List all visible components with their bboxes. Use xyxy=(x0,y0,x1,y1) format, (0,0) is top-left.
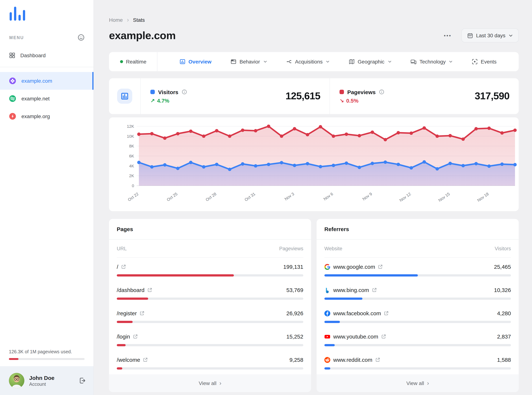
referrer-site: www.bing.com xyxy=(333,287,369,293)
table-row[interactable]: www.bing.com 10,326 xyxy=(324,281,511,304)
external-link-icon[interactable] xyxy=(384,311,389,316)
sidebar-divider xyxy=(0,67,94,67)
external-link-icon[interactable] xyxy=(121,264,126,269)
external-link-icon[interactable] xyxy=(133,334,138,339)
svg-text:6K: 6K xyxy=(129,154,134,158)
page-url: /welcome xyxy=(117,357,140,363)
table-row[interactable]: /welcome 9,258 xyxy=(117,351,303,374)
user-face-icon[interactable] xyxy=(78,34,85,41)
table-row[interactable]: / 199,131 xyxy=(117,258,303,281)
chevron-right-icon: › xyxy=(219,380,221,386)
more-options-button[interactable]: ••• xyxy=(444,33,452,38)
usage-progressbar xyxy=(9,358,85,360)
tab-events[interactable]: Events xyxy=(472,59,497,65)
chart-stat-icon xyxy=(117,89,132,104)
tab-label: Realtime xyxy=(126,59,146,65)
app-logo-bar-chart-icon xyxy=(9,6,94,23)
pages-col-url: URL xyxy=(117,246,127,251)
breadcrumb-home-link[interactable]: Home xyxy=(109,17,123,23)
chevron-down-icon xyxy=(326,60,330,64)
tab-behavior[interactable]: Behavior xyxy=(231,59,267,65)
info-icon[interactable] xyxy=(182,89,187,94)
sidebar-item-example-org[interactable]: example.org xyxy=(0,107,94,125)
external-link-icon[interactable] xyxy=(143,357,148,362)
user-name: John Doe xyxy=(29,374,55,381)
bing-favicon xyxy=(324,287,330,293)
sidebar-item-example-net[interactable]: example.net xyxy=(0,90,94,107)
pages-col-pageviews: Pageviews xyxy=(279,246,303,251)
tab-label: Technology xyxy=(420,59,446,65)
page-url: /register xyxy=(117,310,137,316)
dashboard-grid-icon xyxy=(9,52,15,58)
google-favicon xyxy=(324,264,330,270)
table-row[interactable]: www.facebook.com 4,280 xyxy=(324,304,511,327)
table-row[interactable]: www.youtube.com 2,837 xyxy=(324,327,511,351)
realtime-live-dot-icon xyxy=(120,60,123,63)
tab-technology[interactable]: Technology xyxy=(411,59,453,65)
view-all-label: View all xyxy=(199,380,217,386)
account-footer[interactable]: John Doe Account xyxy=(0,366,94,395)
svg-text:Oct 28: Oct 28 xyxy=(205,192,217,202)
visitors-bar xyxy=(324,367,330,369)
page-value: 53,769 xyxy=(286,287,303,293)
tab-overview[interactable]: Overview xyxy=(179,59,212,65)
referrer-value: 25,465 xyxy=(494,263,511,270)
traffic-line-chart[interactable]: 02K4K6K8K10K12KOct 22Oct 25Oct 28Oct 31N… xyxy=(109,117,519,211)
referrer-value: 4,280 xyxy=(497,310,511,316)
pages-card-title: Pages xyxy=(109,219,311,240)
info-icon[interactable] xyxy=(379,89,384,94)
external-link-icon[interactable] xyxy=(378,264,383,269)
tab-label: Overview xyxy=(188,59,212,65)
site-waves-icon xyxy=(9,95,16,102)
breadcrumb-chevron-icon: › xyxy=(127,17,129,22)
traffic-chart-card: 02K4K6K8K10K12KOct 22Oct 25Oct 28Oct 31N… xyxy=(109,117,519,211)
tab-label: Behavior xyxy=(240,59,260,65)
table-row[interactable]: /dashboard 53,769 xyxy=(117,281,303,304)
svg-text:Nov 12: Nov 12 xyxy=(399,192,412,203)
main-content: Home › Stats example.com ••• Last 30 day… xyxy=(94,0,532,395)
page-value: 199,131 xyxy=(283,263,303,270)
table-row[interactable]: www.reddit.com 1,588 xyxy=(324,351,511,374)
facebook-favicon xyxy=(324,310,330,316)
tab-realtime[interactable]: Realtime xyxy=(109,52,157,71)
external-link-icon[interactable] xyxy=(375,357,380,362)
pages-view-all-button[interactable]: View all › xyxy=(109,374,311,392)
tab-label: Acquisitions xyxy=(295,59,323,65)
sidebar-item-example-com[interactable]: example.com xyxy=(0,72,94,90)
sidebar-item-dashboard[interactable]: Dashboard xyxy=(0,50,94,61)
page-value: 26,926 xyxy=(286,310,303,316)
pageviews-value: 317,590 xyxy=(475,90,510,102)
external-link-icon[interactable] xyxy=(372,288,377,292)
table-row[interactable]: /login 15,252 xyxy=(117,327,303,351)
table-row[interactable]: www.google.com 25,465 xyxy=(324,258,511,281)
stats-icon-section xyxy=(109,78,141,114)
user-role: Account xyxy=(29,382,55,387)
site-name: example.org xyxy=(22,113,50,119)
dashboard-label: Dashboard xyxy=(20,52,46,58)
tab-acquisitions[interactable]: Acquisitions xyxy=(286,59,330,65)
referrer-site: www.youtube.com xyxy=(333,333,378,340)
logout-icon[interactable] xyxy=(79,377,86,384)
date-range-button[interactable]: Last 30 days xyxy=(461,28,519,43)
breadcrumb: Home › Stats xyxy=(109,17,519,23)
pageviews-bar xyxy=(117,321,133,323)
external-link-icon[interactable] xyxy=(147,288,152,292)
summary-stats-card: Visitors ↗ 4.7% 125,615 xyxy=(109,78,519,114)
pageviews-label: Pageviews xyxy=(347,89,375,95)
tab-geographic[interactable]: Geographic xyxy=(349,59,392,65)
pages-card: Pages URL Pageviews / 199,131 xyxy=(109,219,311,392)
table-row[interactable]: /register 26,926 xyxy=(117,304,303,327)
svg-text:Nov 18: Nov 18 xyxy=(476,192,489,203)
svg-text:2K: 2K xyxy=(129,174,134,178)
visitors-bar xyxy=(324,344,335,346)
svg-text:8K: 8K xyxy=(129,144,134,148)
chevron-down-icon xyxy=(263,60,267,64)
referrers-col-website: Website xyxy=(324,246,342,251)
youtube-favicon xyxy=(324,334,330,340)
trend-up-icon: ↗ xyxy=(150,98,155,104)
referrers-view-all-button[interactable]: View all › xyxy=(317,374,519,392)
external-link-icon[interactable] xyxy=(140,311,145,316)
geographic-map-icon xyxy=(349,59,355,65)
referrers-card: Referrers Website Visitors xyxy=(317,219,519,392)
external-link-icon[interactable] xyxy=(381,334,386,339)
